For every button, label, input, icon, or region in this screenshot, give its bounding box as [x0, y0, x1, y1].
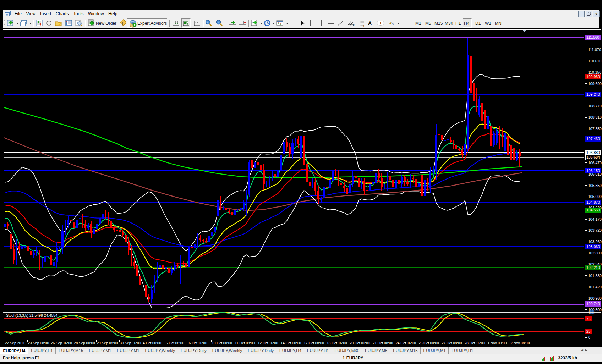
svg-text:5 Oct 08:00: 5 Oct 08:00: [166, 341, 184, 345]
svg-text:102.800: 102.800: [588, 251, 602, 255]
svg-text:28 Sep 00:00: 28 Sep 00:00: [74, 341, 95, 345]
svg-text:109.240: 109.240: [586, 92, 600, 96]
svg-text:6 Oct 16:00: 6 Oct 16:00: [189, 341, 207, 345]
svg-text:101.880: 101.880: [588, 274, 602, 278]
svg-text:23 Sep 08:00: 23 Sep 08:00: [28, 341, 49, 345]
svg-text:10 Oct 00:00: 10 Oct 00:00: [212, 341, 232, 345]
svg-text:21 Oct 08:00: 21 Oct 08:00: [373, 341, 393, 345]
svg-text:107.430: 107.430: [586, 137, 600, 141]
svg-text:2 Nov 08:00: 2 Nov 08:00: [510, 341, 530, 345]
svg-text:!: !: [122, 21, 123, 26]
svg-text:18 Oct 16:00: 18 Oct 16:00: [327, 341, 347, 345]
svg-text:101.420: 101.420: [588, 285, 602, 289]
svg-text:104.170: 104.170: [588, 217, 602, 221]
svg-text:1 Nov 00:00: 1 Nov 00:00: [488, 341, 507, 345]
svg-text:103.720: 103.720: [588, 228, 602, 232]
svg-text:109.960: 109.960: [586, 75, 600, 79]
svg-text:103.260: 103.260: [588, 239, 602, 244]
svg-text:M: M: [6, 13, 8, 16]
svg-text:103.060: 103.060: [586, 244, 600, 249]
svg-text:17 Oct 08:00: 17 Oct 08:00: [304, 341, 324, 345]
svg-text:111.070: 111.070: [588, 48, 601, 52]
svg-text:106.880: 106.880: [586, 150, 600, 155]
svg-text:105.090: 105.090: [588, 194, 602, 199]
svg-text:0: 0: [588, 335, 590, 340]
svg-text:4 Oct 00:00: 4 Oct 00:00: [143, 341, 161, 345]
svg-text:106.150: 106.150: [586, 169, 600, 173]
svg-text:106.684: 106.684: [586, 155, 600, 159]
svg-text:108.770: 108.770: [588, 104, 602, 108]
svg-text:20 Oct 00:00: 20 Oct 00:00: [350, 341, 370, 345]
svg-text:28 Oct 16:00: 28 Oct 16:00: [465, 341, 485, 345]
svg-text:22 Sep 2011: 22 Sep 2011: [5, 341, 25, 345]
svg-text:75: 75: [586, 317, 591, 321]
svg-text:110.150: 110.150: [588, 70, 601, 75]
svg-text:26 Oct 00:00: 26 Oct 00:00: [418, 341, 439, 345]
svg-text:100: 100: [588, 310, 595, 315]
svg-text:26 Sep 16:00: 26 Sep 16:00: [51, 341, 72, 345]
svg-text:T: T: [379, 21, 382, 25]
svg-text:29 Sep 08:00: 29 Sep 08:00: [97, 341, 118, 345]
svg-text:100.960: 100.960: [588, 296, 602, 300]
svg-text:27 Oct 08:00: 27 Oct 08:00: [442, 341, 462, 345]
svg-text:F: F: [363, 24, 365, 27]
svg-text:104.550: 104.550: [586, 208, 600, 212]
svg-text:12 Oct 16:00: 12 Oct 16:00: [258, 341, 278, 345]
svg-text:108.310: 108.310: [588, 115, 602, 120]
svg-text:25: 25: [586, 329, 591, 333]
svg-text:100.740: 100.740: [586, 302, 600, 306]
svg-text:14 Oct 00:00: 14 Oct 00:00: [281, 341, 301, 345]
svg-text:30 Sep 16:00: 30 Sep 16:00: [120, 341, 141, 345]
svg-text:24 Oct 16:00: 24 Oct 16:00: [396, 341, 416, 345]
svg-text:110.610: 110.610: [588, 59, 601, 63]
svg-text:111.560: 111.560: [586, 35, 600, 39]
svg-text:11 Oct 08:00: 11 Oct 08:00: [235, 341, 255, 345]
svg-text:E: E: [353, 24, 355, 27]
svg-text:104.870: 104.870: [586, 200, 600, 204]
svg-text:105.550: 105.550: [588, 183, 602, 188]
svg-text:102.210: 102.210: [586, 265, 600, 270]
svg-text:109.690: 109.690: [588, 82, 602, 86]
svg-text:107.850: 107.850: [588, 127, 602, 131]
svg-text:106.470: 106.470: [588, 161, 602, 165]
svg-text:Stoch(13,3,5) 21.5498 24.4554: Stoch(13,3,5) 21.5498 24.4554: [6, 313, 58, 318]
